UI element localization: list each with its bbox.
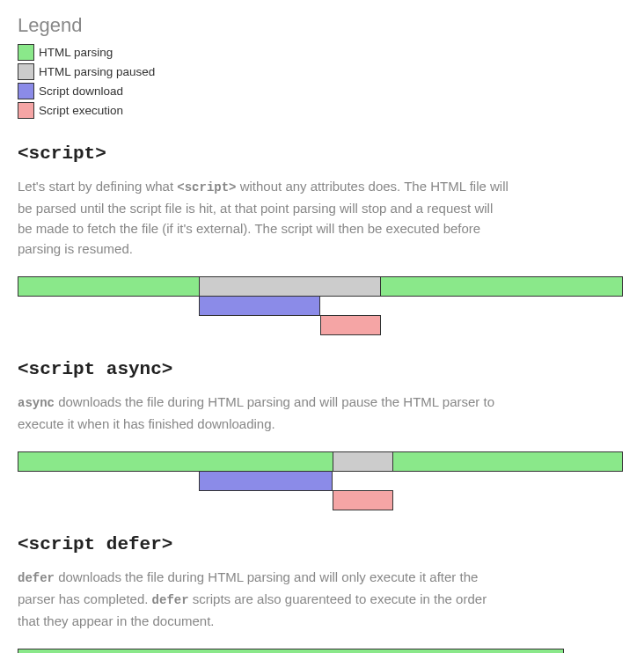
- legend-label: HTML parsing paused: [39, 65, 155, 78]
- legend-items: HTML parsing HTML parsing paused Script …: [18, 44, 626, 119]
- legend: Legend HTML parsing HTML parsing paused …: [18, 14, 626, 119]
- section-description: defer downloads the file during HTML par…: [18, 567, 510, 631]
- timeline-row: [18, 276, 625, 297]
- legend-title: Legend: [18, 14, 626, 37]
- section-heading: <script>: [18, 143, 626, 164]
- bar-html-parsing: [392, 451, 623, 472]
- desc-text: Let's start by defining what: [18, 179, 177, 194]
- section-heading: <script defer>: [18, 534, 626, 554]
- timeline-row: [18, 315, 625, 335]
- spacer: [18, 471, 200, 491]
- timeline-script: [18, 276, 625, 335]
- desc-code: async: [18, 396, 55, 410]
- timeline-row: [18, 471, 625, 491]
- bar-parsing-paused: [199, 276, 381, 297]
- legend-label: HTML parsing: [39, 46, 113, 59]
- section-script-defer: <script defer> defer downloads the file …: [18, 534, 626, 653]
- desc-code: <script>: [177, 180, 236, 194]
- timeline-row: [18, 296, 625, 316]
- timeline-async: [18, 451, 625, 510]
- section-script-async: <script async> async downloads the file …: [18, 359, 626, 510]
- legend-label: Script execution: [39, 104, 123, 117]
- swatch-script-download: [18, 83, 34, 99]
- bar-script-download: [199, 296, 320, 316]
- spacer: [18, 490, 333, 510]
- spacer: [18, 315, 321, 335]
- legend-item-paused: HTML parsing paused: [18, 63, 626, 80]
- bar-html-parsing: [380, 276, 623, 297]
- timeline-defer: [18, 649, 625, 653]
- desc-code: defer: [152, 593, 189, 607]
- legend-label: Script download: [39, 84, 123, 98]
- bar-script-download: [199, 471, 333, 491]
- timeline-row: [18, 451, 625, 472]
- bar-html-parsing: [18, 276, 200, 297]
- legend-item-execution: Script execution: [18, 102, 626, 119]
- timeline-row: [18, 490, 625, 510]
- bar-script-execution: [333, 490, 393, 510]
- section-script: <script> Let's start by defining what <s…: [18, 143, 626, 335]
- desc-code: defer: [18, 571, 55, 585]
- swatch-script-execution: [18, 102, 34, 119]
- timeline-row: [18, 649, 625, 653]
- section-description: async downloads the file during HTML par…: [18, 392, 510, 434]
- swatch-html-parsing: [18, 44, 34, 61]
- swatch-parsing-paused: [18, 63, 34, 80]
- legend-item-parsing: HTML parsing: [18, 44, 626, 61]
- desc-text: downloads the file during HTML parsing a…: [18, 394, 494, 431]
- section-description: Let's start by defining what <script> wi…: [18, 176, 510, 259]
- bar-html-parsing: [18, 649, 564, 653]
- bar-script-execution: [320, 315, 381, 335]
- legend-item-download: Script download: [18, 83, 626, 99]
- bar-html-parsing: [18, 451, 333, 472]
- bar-parsing-paused: [333, 451, 393, 472]
- section-heading: <script async>: [18, 359, 626, 379]
- spacer: [18, 296, 200, 316]
